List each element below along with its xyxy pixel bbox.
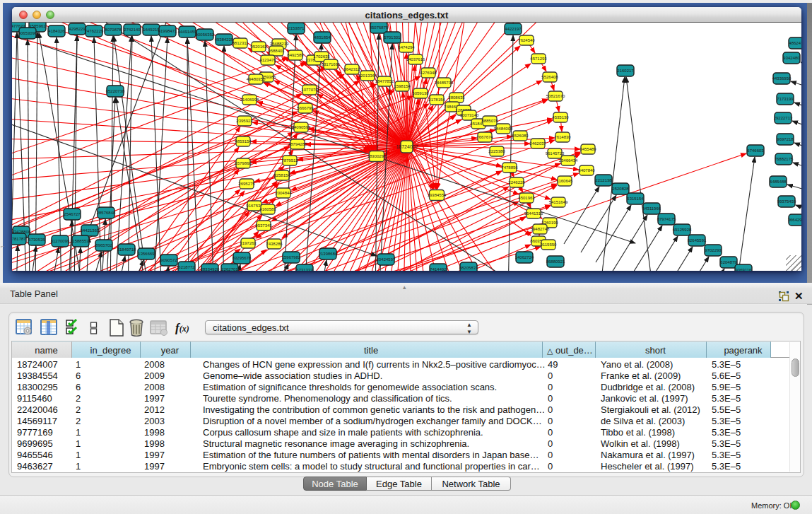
svg-text:74762229: 74762229 bbox=[85, 29, 104, 33]
svg-text:2153871: 2153871 bbox=[288, 26, 305, 30]
svg-text:44491459: 44491459 bbox=[178, 30, 197, 34]
svg-text:8070878: 8070878 bbox=[105, 28, 122, 32]
svg-text:7438286: 7438286 bbox=[266, 242, 283, 246]
svg-text:3197263: 3197263 bbox=[240, 241, 257, 245]
svg-text:20424597: 20424597 bbox=[377, 257, 396, 262]
svg-text:1702635: 1702635 bbox=[313, 54, 330, 59]
svg-text:5315154: 5315154 bbox=[627, 197, 644, 201]
svg-text:1356669: 1356669 bbox=[138, 252, 155, 256]
svg-text:6485488: 6485488 bbox=[770, 180, 787, 184]
svg-text:21398684: 21398684 bbox=[319, 252, 338, 256]
svg-text:7879512: 7879512 bbox=[281, 158, 298, 163]
svg-text:5526083: 5526083 bbox=[512, 134, 529, 138]
svg-text:88205837: 88205837 bbox=[459, 266, 478, 270]
svg-text:19384554: 19384554 bbox=[428, 193, 447, 197]
svg-text:7478856: 7478856 bbox=[501, 165, 518, 170]
svg-text:54311966: 54311966 bbox=[642, 206, 661, 211]
svg-text:2742140: 2742140 bbox=[124, 28, 141, 32]
svg-text:96145723: 96145723 bbox=[546, 151, 565, 156]
svg-text:5526408: 5526408 bbox=[541, 75, 558, 79]
svg-text:7624540: 7624540 bbox=[518, 38, 535, 42]
svg-text:9090572: 9090572 bbox=[160, 258, 177, 262]
svg-text:6218772: 6218772 bbox=[178, 265, 195, 269]
svg-text:6746603: 6746603 bbox=[747, 148, 764, 153]
svg-text:23466434: 23466434 bbox=[559, 158, 578, 163]
svg-text:8812311: 8812311 bbox=[233, 41, 249, 45]
svg-text:4862478: 4862478 bbox=[789, 41, 801, 45]
svg-text:54151649: 54151649 bbox=[549, 200, 568, 204]
svg-text:49480355: 49480355 bbox=[247, 77, 266, 81]
svg-text:2246228: 2246228 bbox=[508, 180, 525, 185]
svg-text:14062724: 14062724 bbox=[515, 255, 534, 259]
svg-text:12013364: 12013364 bbox=[358, 74, 377, 78]
svg-text:9537345: 9537345 bbox=[255, 223, 272, 228]
svg-text:81270099: 81270099 bbox=[51, 239, 70, 243]
svg-text:50821670: 50821670 bbox=[546, 94, 565, 98]
svg-text:3642312: 3642312 bbox=[343, 67, 360, 71]
svg-text:29222713: 29222713 bbox=[774, 116, 793, 120]
svg-text:2212138: 2212138 bbox=[595, 178, 612, 182]
svg-text:9588401: 9588401 bbox=[268, 49, 285, 53]
svg-text:5730535: 5730535 bbox=[28, 238, 45, 242]
svg-text:85076879: 85076879 bbox=[370, 25, 389, 30]
svg-text:4123476: 4123476 bbox=[259, 58, 276, 62]
svg-text:35488219: 35488219 bbox=[270, 42, 289, 46]
svg-text:9342480: 9342480 bbox=[783, 56, 800, 60]
svg-text:40653096: 40653096 bbox=[18, 31, 37, 35]
svg-text:3455489: 3455489 bbox=[579, 147, 596, 151]
svg-text:76882175: 76882175 bbox=[775, 157, 794, 161]
svg-text:36642994: 36642994 bbox=[788, 218, 801, 222]
svg-text:18300295: 18300295 bbox=[367, 154, 387, 158]
svg-text:2695275: 2695275 bbox=[238, 182, 255, 186]
svg-text:1588553: 1588553 bbox=[72, 239, 89, 243]
svg-text:5666799: 5666799 bbox=[297, 106, 314, 110]
svg-text:99375459: 99375459 bbox=[777, 199, 796, 204]
svg-text:10073140: 10073140 bbox=[460, 113, 479, 117]
svg-text:4501963: 4501963 bbox=[518, 196, 535, 200]
svg-text:87974175: 87974175 bbox=[657, 217, 676, 221]
svg-text:8492589: 8492589 bbox=[287, 53, 304, 57]
svg-text:2004844: 2004844 bbox=[275, 191, 292, 195]
svg-text:8965702: 8965702 bbox=[95, 243, 112, 247]
svg-text:83295678: 83295678 bbox=[233, 256, 252, 260]
svg-text:1598154: 1598154 bbox=[394, 84, 411, 88]
svg-text:4535130: 4535130 bbox=[552, 115, 569, 119]
svg-text:9115550: 9115550 bbox=[541, 243, 558, 247]
svg-text:7667674: 7667674 bbox=[476, 135, 493, 139]
svg-text:4853154: 4853154 bbox=[235, 139, 252, 144]
svg-text:2262701: 2262701 bbox=[221, 267, 238, 271]
svg-text:24485705: 24485705 bbox=[435, 81, 454, 85]
svg-text:59482748: 59482748 bbox=[531, 227, 550, 231]
svg-text:1781787: 1781787 bbox=[12, 237, 26, 241]
svg-text:5701301: 5701301 bbox=[384, 35, 401, 40]
svg-text:4571293: 4571293 bbox=[530, 57, 547, 61]
svg-text:18724007: 18724007 bbox=[396, 144, 418, 149]
svg-text:6204879: 6204879 bbox=[720, 260, 737, 264]
svg-text:5059130: 5059130 bbox=[412, 91, 429, 95]
svg-text:6579860: 6579860 bbox=[235, 161, 252, 165]
svg-text:15967982: 15967982 bbox=[282, 255, 301, 259]
svg-text:9520162: 9520162 bbox=[250, 45, 267, 49]
svg-text:14037616: 14037616 bbox=[406, 57, 425, 62]
svg-text:18477852: 18477852 bbox=[375, 79, 394, 83]
svg-text:1077070: 1077070 bbox=[301, 88, 318, 92]
svg-text:54421363: 54421363 bbox=[81, 228, 100, 233]
svg-text:2520828: 2520828 bbox=[612, 187, 629, 191]
svg-text:8885078: 8885078 bbox=[481, 119, 498, 123]
svg-text:2808635: 2808635 bbox=[448, 95, 465, 100]
svg-text:63171691: 63171691 bbox=[322, 62, 341, 66]
svg-text:4160583: 4160583 bbox=[259, 207, 276, 211]
svg-text:2546727: 2546727 bbox=[64, 212, 81, 216]
svg-text:48794285: 48794285 bbox=[288, 142, 307, 146]
svg-text:41998471: 41998471 bbox=[158, 29, 177, 33]
svg-text:8407840: 8407840 bbox=[578, 168, 595, 173]
svg-text:2160217: 2160217 bbox=[617, 69, 634, 73]
svg-text:49384225: 49384225 bbox=[215, 37, 234, 42]
svg-text:4831854: 4831854 bbox=[314, 35, 331, 40]
svg-text:21406998: 21406998 bbox=[240, 98, 259, 102]
svg-text:7614830: 7614830 bbox=[554, 135, 571, 139]
svg-text:44090597: 44090597 bbox=[292, 125, 311, 129]
svg-text:28576848: 28576848 bbox=[97, 211, 116, 215]
svg-text:6731333: 6731333 bbox=[296, 268, 313, 271]
svg-text:2178154: 2178154 bbox=[428, 98, 445, 102]
